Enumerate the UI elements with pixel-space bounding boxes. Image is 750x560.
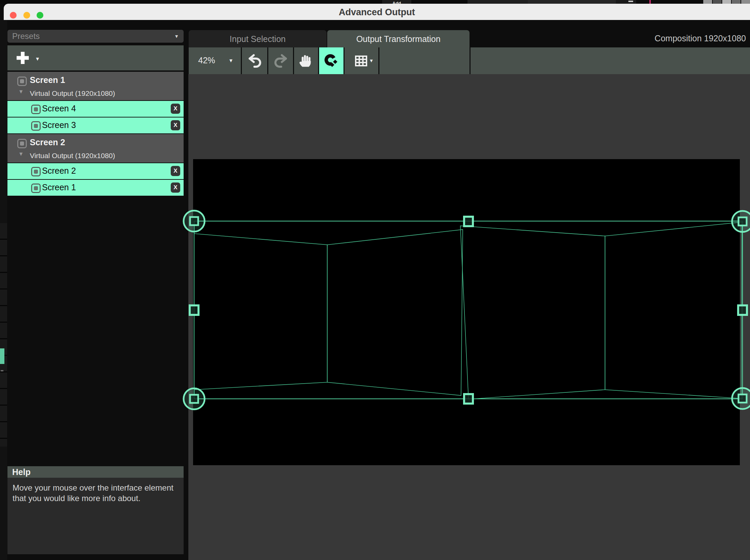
chevron-down-icon: ▼ xyxy=(35,56,40,62)
remove-slice-button[interactable]: X xyxy=(171,183,180,193)
background-segment xyxy=(528,0,616,4)
pan-tool-button[interactable] xyxy=(294,47,318,74)
remove-slice-button[interactable]: X xyxy=(171,166,180,176)
background-fragment xyxy=(1,370,3,371)
help-panel-body: Move your mouse over the interface eleme… xyxy=(7,478,184,554)
grid-options-button[interactable]: ▼ xyxy=(344,47,378,74)
background-thumbnails xyxy=(703,0,750,4)
chevron-down-icon: ▼ xyxy=(228,58,233,63)
undo-button[interactable] xyxy=(242,47,267,74)
tab-output-transformation[interactable]: Output Transformation xyxy=(327,30,470,47)
screen-checkbox-icon[interactable] xyxy=(17,139,27,148)
slice-label: Screen 3 xyxy=(42,120,76,130)
remove-slice-button[interactable]: X xyxy=(171,120,180,130)
zoom-level-dropdown[interactable]: 42% ▼ xyxy=(189,47,241,74)
title-bar: Advanced Output xyxy=(4,4,750,20)
screen-group-header[interactable]: Screen 2 ▼ Virtual Output (1920x1080) xyxy=(7,134,184,163)
help-title: Help xyxy=(7,467,31,477)
help-panel-header: Help xyxy=(7,466,184,478)
tab-input-selection[interactable]: Input Selection xyxy=(189,30,327,47)
hand-icon xyxy=(298,53,314,69)
toolbar-spacer xyxy=(379,47,470,74)
expand-triangle-icon[interactable]: ▼ xyxy=(18,89,24,95)
screen-list: Screen 1 ▼ Virtual Output (1920x1080) Sc… xyxy=(7,72,184,196)
slice-label: Screen 1 xyxy=(42,183,76,192)
slice-row[interactable]: Screen 3 X xyxy=(7,118,184,133)
transform-tool-button-active[interactable] xyxy=(319,47,343,74)
slice-label: Screen 4 xyxy=(42,104,76,113)
slice-checkbox-icon[interactable] xyxy=(31,121,41,131)
toolbar-spacer xyxy=(471,47,750,74)
virtual-output-label: Virtual Output (1920x1080) xyxy=(30,152,115,160)
screen-group-header[interactable]: Screen 1 ▼ Virtual Output (1920x1080) xyxy=(7,72,184,100)
background-add-button: Add xyxy=(382,0,411,4)
window-title: Advanced Output xyxy=(4,4,750,20)
remove-slice-button[interactable]: X xyxy=(171,104,180,114)
add-screen-button[interactable]: ▼ xyxy=(14,50,40,66)
background-app-left-strip xyxy=(0,20,7,560)
grid-icon xyxy=(353,53,370,69)
composition-size-label: Composition 1920x1080 xyxy=(654,30,746,47)
slice-label: Screen 2 xyxy=(42,166,76,176)
slice-row[interactable]: Screen 4 X xyxy=(7,101,184,117)
slice-row[interactable]: Screen 1 X xyxy=(7,180,184,196)
chevron-down-icon: ▼ xyxy=(174,30,179,43)
transform-tool-icon xyxy=(323,53,339,69)
screen-list-toolbar: ▼ xyxy=(7,45,184,70)
background-segment xyxy=(468,0,528,4)
redo-icon xyxy=(273,53,289,69)
help-text-line: Move your mouse over the interface eleme… xyxy=(13,482,179,493)
tab-bar: Input Selection Output Transformation Co… xyxy=(189,30,750,47)
screen-group-title: Screen 2 xyxy=(30,138,65,147)
presets-dropdown[interactable]: Presets ▼ xyxy=(7,30,184,43)
undo-icon xyxy=(246,53,263,69)
background-segment xyxy=(616,0,636,4)
slice-checkbox-icon[interactable] xyxy=(31,167,41,177)
help-text-line: that you would like more info about. xyxy=(13,493,179,503)
zoom-level-value: 42% xyxy=(198,56,215,65)
background-green-fragment xyxy=(0,348,4,364)
screen-checkbox-icon[interactable] xyxy=(17,77,27,86)
plus-icon xyxy=(14,50,31,66)
output-transformation-canvas[interactable] xyxy=(193,159,740,465)
slice-checkbox-icon[interactable] xyxy=(31,105,41,114)
expand-triangle-icon[interactable]: ▼ xyxy=(18,151,24,157)
virtual-output-label: Virtual Output (1920x1080) xyxy=(30,89,115,98)
background-pink-marker xyxy=(649,0,651,4)
background-fragment xyxy=(628,1,633,2)
slice-row[interactable]: Screen 2 X xyxy=(7,163,184,179)
background-list-rows xyxy=(0,223,7,447)
redo-button[interactable] xyxy=(268,47,293,74)
slice-checkbox-icon[interactable] xyxy=(31,184,41,193)
chevron-down-icon: ▼ xyxy=(369,58,374,63)
presets-label: Presets xyxy=(7,32,40,41)
screen-group-title: Screen 1 xyxy=(30,75,65,85)
background-app-strip: Add xyxy=(0,0,750,4)
canvas-toolbar: 42% ▼ xyxy=(189,47,750,74)
